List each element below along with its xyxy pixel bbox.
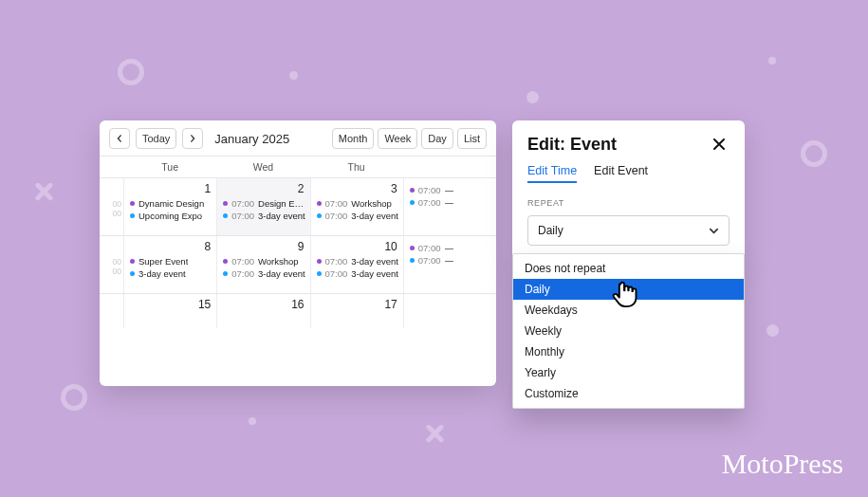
bg-x-2: [425, 424, 444, 443]
event-dot-icon: [410, 188, 415, 193]
modal-title: Edit: Event: [527, 135, 617, 155]
event-title: —: [445, 242, 454, 254]
event-title: —: [445, 196, 454, 209]
bg-ring-2: [61, 384, 87, 411]
calendar-day-cell[interactable]: 07:00—07:00—: [403, 236, 496, 293]
event-time: 07:00: [418, 242, 441, 254]
day-number: 15: [130, 298, 212, 311]
calendar-event[interactable]: 07:003-day event: [317, 267, 399, 280]
event-title: Upcoming Expo: [139, 210, 202, 222]
bg-ring-3: [801, 140, 827, 167]
calendar-event[interactable]: 07:00—: [410, 242, 492, 254]
repeat-option[interactable]: Weekly: [513, 321, 744, 341]
calendar-event[interactable]: 07:003-day event: [317, 210, 399, 222]
event-dot-icon: [130, 201, 135, 206]
close-button[interactable]: [709, 134, 729, 155]
event-dot-icon: [223, 271, 228, 276]
calendar-day-cell[interactable]: 307:00Workshop07:003-day event: [310, 178, 403, 235]
calendar-day-cell[interactable]: 16: [216, 294, 309, 328]
calendar-event[interactable]: 07:00—: [410, 196, 492, 209]
view-week-button[interactable]: Week: [378, 128, 417, 149]
calendar-event[interactable]: 07:00—: [410, 254, 492, 267]
close-icon: [712, 138, 726, 151]
event-dot-icon: [223, 259, 228, 264]
event-dot-icon: [317, 259, 322, 264]
event-title: Design Expo: [258, 197, 305, 210]
event-title: 3-day event: [258, 210, 305, 222]
view-list-button[interactable]: List: [457, 128, 487, 149]
calendar-day-cell[interactable]: 1Dynamic DesignUpcoming Expo: [123, 178, 216, 235]
event-title: Super Event: [139, 255, 188, 267]
calendar-event[interactable]: 07:003-day event: [223, 267, 305, 280]
view-month-button[interactable]: Month: [332, 128, 375, 149]
tab-edit-event[interactable]: Edit Event: [594, 164, 648, 183]
event-dot-icon: [317, 271, 322, 276]
calendar-day-cell[interactable]: 8Super Event3-day event: [123, 236, 216, 293]
calendar-day-cell[interactable]: 07:00—07:00—: [403, 178, 496, 235]
repeat-option[interactable]: Customize: [513, 383, 744, 404]
next-button[interactable]: [182, 128, 203, 149]
calendar-event[interactable]: Super Event: [130, 255, 212, 267]
calendar-card: Today January 2025 Month Week Day List T…: [100, 120, 496, 386]
day-number: 10: [317, 240, 399, 253]
repeat-option[interactable]: Yearly: [513, 362, 744, 383]
calendar-event[interactable]: 07:00—: [410, 184, 492, 196]
calendar-toolbar: Today January 2025 Month Week Day List: [100, 120, 496, 156]
repeat-select[interactable]: Daily: [527, 215, 729, 246]
calendar-body: 00001Dynamic DesignUpcoming Expo207:00De…: [100, 178, 496, 328]
event-title: 3-day event: [351, 210, 398, 222]
calendar-day-cell[interactable]: 207:00Design Expo07:003-day event: [216, 178, 309, 235]
calendar-event[interactable]: 07:003-day event: [317, 255, 399, 267]
modal-tabs: Edit Time Edit Event: [527, 164, 729, 183]
event-title: 3-day event: [139, 267, 186, 280]
tab-edit-time[interactable]: Edit Time: [527, 164, 577, 183]
event-dot-icon: [410, 246, 415, 250]
repeat-label: REPEAT: [527, 198, 729, 208]
day-number: 9: [223, 240, 305, 253]
calendar-day-cell[interactable]: 17: [310, 294, 403, 328]
calendar-title: January 2025: [214, 132, 289, 146]
repeat-option[interactable]: Does not repeat: [513, 258, 744, 279]
chevron-left-icon: [116, 135, 123, 142]
day-header: Thu: [310, 156, 403, 177]
calendar-event[interactable]: 07:00Design Expo: [223, 197, 305, 210]
calendar-day-cell[interactable]: 907:00Workshop07:003-day event: [216, 236, 309, 293]
event-dot-icon: [130, 259, 135, 264]
calendar-event[interactable]: 07:003-day event: [223, 210, 305, 222]
event-title: —: [445, 184, 454, 196]
calendar-event[interactable]: Dynamic Design: [130, 197, 212, 210]
prev-button[interactable]: [109, 128, 130, 149]
day-number: 17: [317, 298, 399, 311]
repeat-dropdown[interactable]: Does not repeatDailyWeekdaysWeeklyMonthl…: [512, 253, 745, 409]
repeat-option[interactable]: Weekdays: [513, 300, 744, 321]
calendar-row: 00008Super Event3-day event907:00Worksho…: [100, 236, 496, 294]
calendar-event[interactable]: 3-day event: [130, 267, 212, 280]
day-header: [403, 156, 496, 177]
event-dot-icon: [223, 201, 228, 206]
calendar-row: 151617: [100, 294, 496, 328]
view-day-button[interactable]: Day: [421, 128, 453, 149]
event-time: 07:00: [231, 210, 254, 222]
event-title: 3-day event: [351, 267, 398, 280]
calendar-day-cell[interactable]: 15: [123, 294, 216, 328]
calendar-event[interactable]: Upcoming Expo: [130, 210, 212, 222]
repeat-selected-value: Daily: [538, 224, 563, 237]
repeat-option[interactable]: Daily: [513, 279, 744, 300]
today-button[interactable]: Today: [136, 128, 176, 149]
day-header: Wed: [216, 156, 309, 177]
event-time: 07:00: [231, 197, 254, 210]
event-time: 07:00: [418, 196, 441, 209]
bg-dot-3: [768, 57, 776, 64]
motopress-logo: MotoPress: [722, 448, 843, 480]
repeat-option[interactable]: Monthly: [513, 341, 744, 362]
calendar-day-cell[interactable]: [403, 294, 496, 328]
calendar-day-cell[interactable]: 1007:003-day event07:003-day event: [310, 236, 403, 293]
bg-dot-2: [526, 91, 539, 103]
calendar-event[interactable]: 07:00Workshop: [223, 255, 305, 267]
event-dot-icon: [317, 201, 322, 206]
day-header: Tue: [123, 156, 216, 177]
calendar-event[interactable]: 07:00Workshop: [317, 197, 399, 210]
event-title: 3-day event: [351, 255, 398, 267]
event-time: 07:00: [325, 255, 348, 267]
event-time: 07:00: [325, 210, 348, 222]
